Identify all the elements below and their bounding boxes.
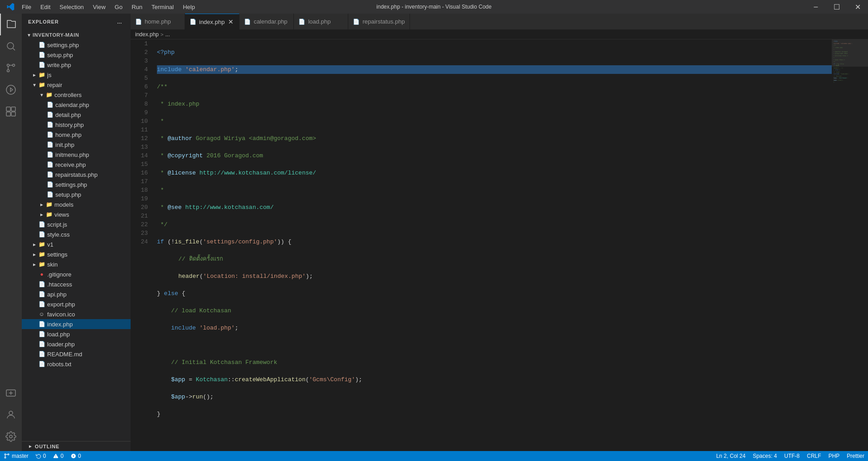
new-file-button[interactable]: …: [115, 17, 124, 26]
tree-item-v1[interactable]: ► 📁 v1: [22, 239, 131, 249]
activity-search[interactable]: [0, 35, 22, 57]
folder-label-v1: v1: [47, 241, 54, 248]
tree-item-init-php[interactable]: 📄 init.php: [22, 140, 131, 150]
tree-item-controllers[interactable]: ▼ 📁 controllers: [22, 90, 131, 100]
status-encoding[interactable]: UTF-8: [780, 451, 803, 461]
menu-help[interactable]: Help: [178, 0, 200, 14]
tab-calendar-php[interactable]: 📄 calendar.php: [239, 14, 294, 29]
status-line-ending[interactable]: CRLF: [803, 451, 824, 461]
tree-item-receive-php[interactable]: 📄 receive.php: [22, 160, 131, 170]
tree-item-api-php[interactable]: 📄 api.php: [22, 289, 131, 299]
minimap-code: <?php include 'calendar.php'; /** * inde…: [832, 39, 868, 84]
tree-item-robots[interactable]: 📄 robots.txt: [22, 359, 131, 369]
code-token: *: [157, 186, 164, 194]
svg-point-13: [8, 454, 9, 455]
menu-file[interactable]: File: [17, 0, 36, 14]
tree-item-home-php[interactable]: 📄 home.php: [22, 130, 131, 140]
svg-rect-5: [6, 107, 10, 111]
activity-extensions[interactable]: [0, 101, 22, 122]
tree-item-history-php[interactable]: 📄 history.php: [22, 120, 131, 130]
status-position[interactable]: Ln 2, Col 24: [712, 451, 749, 461]
php-file-icon: 📄: [38, 61, 45, 68]
tree-item-settings-folder[interactable]: ► 📁 settings: [22, 249, 131, 259]
tree-item-setup-php[interactable]: 📄 setup.php: [22, 50, 131, 60]
menu-run[interactable]: Run: [127, 0, 147, 14]
status-sync[interactable]: 0: [32, 451, 50, 461]
activity-explorer[interactable]: [0, 14, 22, 35]
tree-item-gitignore[interactable]: ● .gitignore: [22, 269, 131, 279]
tab-close-index-php[interactable]: ✕: [227, 18, 234, 25]
tree-item-loader-php[interactable]: 📄 loader.php: [22, 339, 131, 349]
tree-item-readme[interactable]: 📄 README.md: [22, 349, 131, 359]
breadcrumb-file[interactable]: index.php: [135, 31, 159, 38]
tree-item-style-css[interactable]: 📄 style.css: [22, 229, 131, 239]
maximize-button[interactable]: ☐: [826, 0, 847, 14]
tree-item-repairstatus-php[interactable]: 📄 repairstatus.php: [22, 170, 131, 180]
code-token: */: [157, 220, 167, 229]
code-line-5: *: [157, 117, 832, 126]
code-token: * index.php: [157, 100, 200, 108]
tree-item-load-php[interactable]: 📄 load.php: [22, 329, 131, 339]
title-bar: File Edit Selection View Go Run Terminal…: [0, 0, 868, 14]
tree-item-favicon[interactable]: ☺ favicon.ico: [22, 309, 131, 319]
menu-edit[interactable]: Edit: [36, 0, 55, 14]
git-branch-label: master: [12, 453, 29, 459]
sidebar-tree[interactable]: ▼ INVENTORY-MAIN 📄 settings.php 📄 setup.…: [22, 30, 131, 441]
outline-section[interactable]: ► OUTLINE: [22, 441, 131, 451]
htaccess-file-icon: 📄: [38, 281, 45, 288]
activity-accounts[interactable]: [0, 404, 22, 426]
status-errors[interactable]: 0: [67, 451, 85, 461]
status-git-branch[interactable]: master: [0, 451, 32, 461]
tree-item-settings2-php[interactable]: 📄 settings.php: [22, 180, 131, 189]
tree-item-write-php[interactable]: 📄 write.php: [22, 60, 131, 70]
tree-item-detail-php[interactable]: 📄 detail.php: [22, 110, 131, 120]
tree-item-views[interactable]: ► 📁 views: [22, 209, 131, 219]
tree-item-settings-php[interactable]: 📄 settings.php: [22, 40, 131, 50]
tree-item-models[interactable]: ► 📁 models: [22, 199, 131, 209]
activity-remote[interactable]: [0, 382, 22, 404]
menu-go[interactable]: Go: [110, 0, 127, 14]
tree-item-calendar-php[interactable]: 📄 calendar.php: [22, 100, 131, 110]
tab-index-php[interactable]: 📄 index.php ✕: [185, 14, 239, 29]
status-language[interactable]: PHP: [825, 451, 844, 461]
code-token: [157, 375, 171, 384]
close-button[interactable]: ✕: [847, 0, 868, 14]
tab-load-php[interactable]: 📄 load.php: [294, 14, 348, 29]
menu-terminal[interactable]: Terminal: [147, 0, 178, 14]
status-warnings[interactable]: 0: [49, 451, 67, 461]
svg-point-4: [7, 70, 10, 72]
formatter-label: Prettier: [847, 453, 864, 459]
tree-item-setup2-php[interactable]: 📄 setup.php: [22, 189, 131, 199]
svg-point-2: [7, 64, 10, 67]
tree-item-skin[interactable]: ► 📁 skin: [22, 259, 131, 269]
activity-source-control[interactable]: [0, 57, 22, 79]
status-spaces[interactable]: Spaces: 4: [749, 451, 780, 461]
tree-item-repair[interactable]: ▼ 📁 repair: [22, 80, 131, 90]
tree-item-js[interactable]: ► 📁 js: [22, 70, 131, 80]
activity-run[interactable]: [0, 79, 22, 101]
activity-settings[interactable]: [0, 426, 22, 447]
menu-selection[interactable]: Selection: [55, 0, 88, 14]
encoding-label: UTF-8: [784, 453, 800, 459]
tree-item-index-php[interactable]: 📄 index.php: [22, 319, 131, 329]
line-num-12: 12: [131, 134, 148, 143]
code-token: (: [200, 238, 203, 246]
tab-home-php[interactable]: 📄 home.php: [131, 14, 185, 29]
minimize-button[interactable]: –: [805, 0, 826, 14]
menu-view[interactable]: View: [88, 0, 110, 14]
tree-item-export-php[interactable]: 📄 export.php: [22, 299, 131, 309]
spaces-label: Spaces: 4: [753, 453, 777, 459]
tree-item-script-js[interactable]: 📄 script.js: [22, 219, 131, 229]
breadcrumb-more[interactable]: ...: [165, 31, 170, 38]
code-line-15: } else {: [157, 289, 832, 298]
folder-icon: 📁: [38, 81, 45, 88]
tree-item-htaccess[interactable]: 📄 .htaccess: [22, 279, 131, 289]
code-editor[interactable]: <?php include 'calendar.php'; /** * inde…: [153, 39, 832, 451]
tab-repairstatus-php[interactable]: 📄 repairstatus.php: [348, 14, 410, 29]
sidebar-title: EXPLORER: [28, 19, 59, 24]
file-label-history-php: history.php: [55, 121, 84, 128]
tree-root-folder[interactable]: ▼ INVENTORY-MAIN: [22, 30, 131, 40]
file-label-load-php: load.php: [47, 331, 70, 338]
status-formatter[interactable]: Prettier: [843, 451, 868, 461]
tree-item-initmenu-php[interactable]: 📄 initmenu.php: [22, 150, 131, 160]
